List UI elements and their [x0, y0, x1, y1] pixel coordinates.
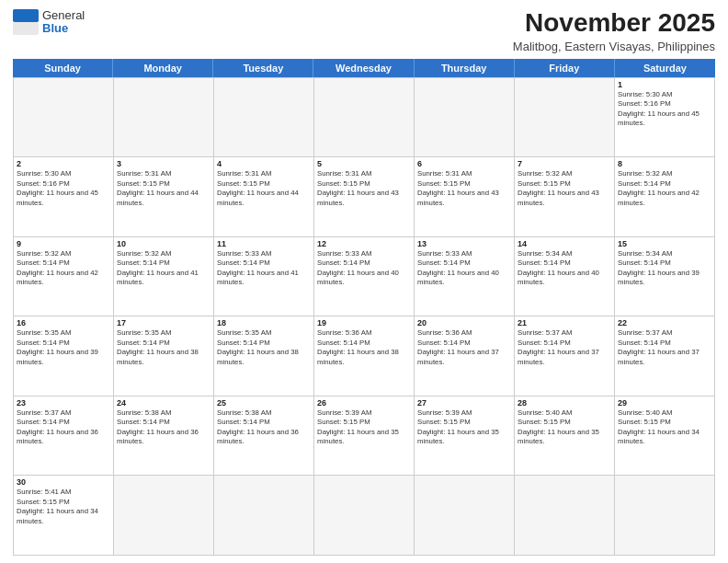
- calendar-cell: [515, 78, 615, 157]
- calendar-cell: [314, 476, 415, 555]
- weekday-header: Thursday: [415, 59, 515, 77]
- day-number: 26: [317, 398, 411, 408]
- calendar-cell: 27Sunrise: 5:39 AMSunset: 5:15 PMDayligh…: [415, 396, 515, 476]
- calendar-cell: [14, 78, 114, 157]
- sun-info: Sunrise: 5:31 AMSunset: 5:15 PMDaylight:…: [317, 169, 411, 208]
- svg-rect-2: [13, 22, 39, 35]
- sun-info: Sunrise: 5:33 AMSunset: 5:14 PMDaylight:…: [217, 249, 311, 288]
- calendar-cell: 6Sunrise: 5:31 AMSunset: 5:15 PMDaylight…: [415, 157, 515, 236]
- calendar-cell: 9Sunrise: 5:32 AMSunset: 5:14 PMDaylight…: [14, 237, 114, 316]
- logo-general: General: [42, 8, 85, 22]
- day-number: 17: [117, 318, 210, 327]
- calendar-cell: 22Sunrise: 5:37 AMSunset: 5:14 PMDayligh…: [615, 316, 715, 396]
- sun-info: Sunrise: 5:35 AMSunset: 5:14 PMDaylight:…: [217, 328, 311, 367]
- sun-info: Sunrise: 5:40 AMSunset: 5:15 PMDaylight:…: [518, 408, 611, 447]
- day-number: 4: [217, 159, 311, 168]
- page: General Blue November 2025 Malitbog, Eas…: [0, 0, 728, 563]
- sun-info: Sunrise: 5:36 AMSunset: 5:14 PMDaylight:…: [317, 328, 411, 367]
- sun-info: Sunrise: 5:35 AMSunset: 5:14 PMDaylight:…: [17, 328, 110, 367]
- sun-info: Sunrise: 5:35 AMSunset: 5:14 PMDaylight:…: [117, 328, 210, 367]
- calendar-week: 1Sunrise: 5:30 AMSunset: 5:16 PMDaylight…: [14, 78, 715, 158]
- logo-icon: [13, 9, 39, 35]
- sun-info: Sunrise: 5:38 AMSunset: 5:14 PMDaylight:…: [117, 408, 210, 447]
- sun-info: Sunrise: 5:37 AMSunset: 5:14 PMDaylight:…: [17, 408, 110, 447]
- calendar-cell: 7Sunrise: 5:32 AMSunset: 5:15 PMDaylight…: [515, 157, 615, 236]
- day-number: 12: [317, 239, 411, 248]
- day-number: 30: [17, 477, 110, 487]
- calendar-cell: [415, 476, 515, 555]
- calendar-body: 1Sunrise: 5:30 AMSunset: 5:16 PMDaylight…: [13, 77, 715, 556]
- calendar-cell: 25Sunrise: 5:38 AMSunset: 5:14 PMDayligh…: [214, 396, 314, 476]
- sun-info: Sunrise: 5:39 AMSunset: 5:15 PMDaylight:…: [317, 408, 411, 447]
- day-number: 15: [618, 239, 711, 248]
- month-year: November 2025: [513, 9, 715, 38]
- day-number: 20: [417, 318, 511, 327]
- sun-info: Sunrise: 5:31 AMSunset: 5:15 PMDaylight:…: [217, 169, 311, 208]
- calendar-cell: 30Sunrise: 5:41 AMSunset: 5:15 PMDayligh…: [14, 476, 114, 555]
- calendar-cell: 18Sunrise: 5:35 AMSunset: 5:14 PMDayligh…: [214, 316, 314, 396]
- day-number: 1: [618, 80, 711, 89]
- location: Malitbog, Eastern Visayas, Philippines: [513, 40, 715, 53]
- sun-info: Sunrise: 5:41 AMSunset: 5:15 PMDaylight:…: [17, 488, 110, 526]
- sun-info: Sunrise: 5:40 AMSunset: 5:15 PMDaylight:…: [618, 408, 711, 447]
- calendar: SundayMondayTuesdayWednesdayThursdayFrid…: [13, 59, 715, 556]
- calendar-cell: 2Sunrise: 5:30 AMSunset: 5:16 PMDaylight…: [14, 157, 114, 236]
- day-number: 3: [117, 159, 210, 168]
- weekday-header: Friday: [515, 59, 615, 77]
- calendar-cell: 19Sunrise: 5:36 AMSunset: 5:14 PMDayligh…: [314, 316, 415, 396]
- calendar-cell: 12Sunrise: 5:33 AMSunset: 5:14 PMDayligh…: [314, 237, 415, 316]
- title-block: November 2025 Malitbog, Eastern Visayas,…: [513, 9, 715, 53]
- sun-info: Sunrise: 5:33 AMSunset: 5:14 PMDaylight:…: [317, 249, 411, 288]
- sun-info: Sunrise: 5:37 AMSunset: 5:14 PMDaylight:…: [618, 328, 711, 367]
- calendar-cell: 21Sunrise: 5:37 AMSunset: 5:14 PMDayligh…: [515, 316, 615, 396]
- sun-info: Sunrise: 5:36 AMSunset: 5:14 PMDaylight:…: [417, 328, 511, 367]
- calendar-week: 9Sunrise: 5:32 AMSunset: 5:14 PMDaylight…: [14, 237, 715, 317]
- sun-info: Sunrise: 5:30 AMSunset: 5:16 PMDaylight:…: [17, 169, 110, 208]
- sun-info: Sunrise: 5:37 AMSunset: 5:14 PMDaylight:…: [518, 328, 611, 367]
- sun-info: Sunrise: 5:38 AMSunset: 5:14 PMDaylight:…: [217, 408, 311, 447]
- calendar-cell: [314, 78, 415, 157]
- calendar-cell: [214, 476, 314, 555]
- calendar-cell: 8Sunrise: 5:32 AMSunset: 5:14 PMDaylight…: [615, 157, 715, 236]
- day-number: 25: [217, 398, 311, 408]
- calendar-cell: 10Sunrise: 5:32 AMSunset: 5:14 PMDayligh…: [114, 237, 214, 316]
- calendar-cell: 26Sunrise: 5:39 AMSunset: 5:15 PMDayligh…: [314, 396, 415, 476]
- calendar-cell: [515, 476, 615, 555]
- day-number: 5: [317, 159, 411, 168]
- sun-info: Sunrise: 5:32 AMSunset: 5:14 PMDaylight:…: [618, 169, 711, 208]
- calendar-week: 30Sunrise: 5:41 AMSunset: 5:15 PMDayligh…: [14, 476, 715, 556]
- day-number: 14: [518, 239, 611, 248]
- calendar-week: 2Sunrise: 5:30 AMSunset: 5:16 PMDaylight…: [14, 157, 715, 237]
- day-number: 27: [417, 398, 511, 408]
- sun-info: Sunrise: 5:31 AMSunset: 5:15 PMDaylight:…: [417, 169, 511, 208]
- calendar-cell: 11Sunrise: 5:33 AMSunset: 5:14 PMDayligh…: [214, 237, 314, 316]
- logo-text: General Blue: [42, 9, 85, 36]
- calendar-cell: [615, 476, 715, 555]
- calendar-cell: 1Sunrise: 5:30 AMSunset: 5:16 PMDaylight…: [615, 78, 715, 157]
- calendar-cell: 23Sunrise: 5:37 AMSunset: 5:14 PMDayligh…: [14, 396, 114, 476]
- calendar-cell: 5Sunrise: 5:31 AMSunset: 5:15 PMDaylight…: [314, 157, 415, 236]
- day-number: 6: [417, 159, 511, 168]
- calendar-cell: 20Sunrise: 5:36 AMSunset: 5:14 PMDayligh…: [415, 316, 515, 396]
- day-number: 10: [117, 239, 210, 248]
- sun-info: Sunrise: 5:32 AMSunset: 5:14 PMDaylight:…: [117, 249, 210, 288]
- weekday-header: Monday: [113, 59, 213, 77]
- day-number: 23: [17, 398, 110, 408]
- calendar-cell: 3Sunrise: 5:31 AMSunset: 5:15 PMDaylight…: [114, 157, 214, 236]
- logo-blue: Blue: [42, 21, 68, 35]
- calendar-cell: [114, 78, 214, 157]
- day-number: 7: [518, 159, 611, 168]
- logo: General Blue: [13, 9, 85, 36]
- day-number: 24: [117, 398, 210, 408]
- sun-info: Sunrise: 5:34 AMSunset: 5:14 PMDaylight:…: [618, 249, 711, 288]
- sun-info: Sunrise: 5:34 AMSunset: 5:14 PMDaylight:…: [518, 249, 611, 288]
- day-number: 22: [618, 318, 711, 327]
- day-number: 9: [17, 239, 110, 248]
- day-number: 28: [518, 398, 611, 408]
- day-number: 13: [417, 239, 511, 248]
- calendar-cell: 16Sunrise: 5:35 AMSunset: 5:14 PMDayligh…: [14, 316, 114, 396]
- weekday-header: Wednesday: [313, 59, 414, 77]
- day-number: 29: [618, 398, 711, 408]
- calendar-cell: 17Sunrise: 5:35 AMSunset: 5:14 PMDayligh…: [114, 316, 214, 396]
- day-number: 16: [17, 318, 110, 327]
